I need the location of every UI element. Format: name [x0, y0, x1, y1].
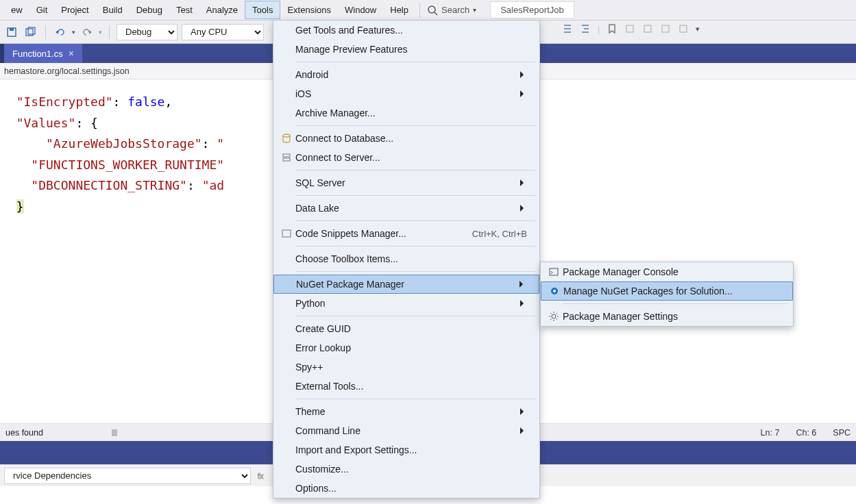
- tools-menu: Get Tools and Features...Manage Preview …: [273, 20, 540, 499]
- svg-marker-6: [56, 30, 58, 34]
- document-tab-title: Function1.cs: [12, 49, 63, 59]
- menu-item[interactable]: Connect to Database...: [273, 129, 539, 148]
- menu-item[interactable]: NuGet Package Manager: [273, 275, 539, 294]
- menu-debug[interactable]: Debug: [130, 1, 169, 18]
- menu-item[interactable]: External Tools...: [273, 377, 539, 396]
- menu-project[interactable]: Project: [54, 1, 95, 18]
- menu-item[interactable]: Manage NuGet Packages for Solution...: [541, 281, 793, 301]
- menu-item[interactable]: Archive Manager...: [273, 103, 539, 123]
- menu-separator: [295, 316, 535, 316]
- platform-select[interactable]: Any CPU: [182, 24, 264, 40]
- json-key: "FUNCTIONS_WORKER_RUNTIME": [31, 158, 224, 172]
- document-tab[interactable]: Function1.cs ×: [4, 44, 82, 63]
- menu-separator: [295, 246, 535, 247]
- close-icon[interactable]: ×: [69, 48, 74, 59]
- menu-item-label: Archive Manager...: [295, 108, 527, 118]
- menu-item[interactable]: Connect to Server...: [273, 148, 539, 167]
- menu-tools[interactable]: Tools: [245, 1, 280, 19]
- bookmark-next-icon[interactable]: [642, 23, 653, 34]
- search-icon: [427, 5, 438, 16]
- menu-window[interactable]: Window: [338, 1, 383, 18]
- overflow-icon[interactable]: ▾: [696, 25, 700, 34]
- status-ch: Ch: 6: [796, 428, 816, 438]
- svg-point-12: [283, 134, 290, 137]
- menu-item[interactable]: Create GUID: [273, 319, 539, 338]
- menu-item-label: Code Snippets Manager...: [295, 228, 445, 239]
- bookmark-prev-icon[interactable]: [624, 23, 635, 34]
- redo-icon[interactable]: [80, 25, 95, 40]
- menu-item-label: Theme: [295, 406, 512, 417]
- menu-item-label: Package Manager Settings: [563, 311, 781, 322]
- menu-item[interactable]: SQL Server: [273, 173, 539, 192]
- separator: |: [598, 24, 600, 34]
- svg-rect-16: [550, 268, 558, 275]
- svg-line-1: [435, 12, 437, 15]
- menu-item-label: External Tools...: [295, 381, 527, 392]
- menu-item[interactable]: Package Manager Console: [541, 262, 793, 281]
- chevron-down-icon[interactable]: ▾: [99, 29, 102, 36]
- issues-text: ues found: [5, 428, 43, 438]
- status-mode: SPC: [833, 428, 851, 438]
- menu-build[interactable]: Build: [96, 1, 130, 18]
- menu-item[interactable]: Import and Export Settings...: [273, 440, 539, 459]
- scroll-thumb[interactable]: [112, 429, 117, 436]
- menu-extensions[interactable]: Extensions: [280, 1, 338, 18]
- quick-search[interactable]: Search ▾: [419, 3, 483, 18]
- menu-item-label: Command Line: [295, 425, 512, 436]
- nuget-submenu: Package Manager ConsoleManage NuGet Pack…: [540, 262, 794, 327]
- menu-item[interactable]: Get Tools and Features...: [273, 21, 539, 40]
- menu-item[interactable]: Options...: [273, 479, 539, 498]
- json-key: "AzureWebJobsStorage": [46, 136, 202, 151]
- json-value: false: [127, 94, 164, 109]
- snip-icon: [278, 228, 295, 239]
- bookmark-clear-icon[interactable]: [660, 23, 671, 34]
- menu-separator: [295, 195, 535, 196]
- svg-rect-8: [626, 25, 633, 32]
- menu-test[interactable]: Test: [169, 1, 199, 18]
- menu-help[interactable]: Help: [383, 1, 415, 18]
- menu-analyze[interactable]: Analyze: [199, 1, 245, 18]
- menu-item[interactable]: Code Snippets Manager...Ctrl+K, Ctrl+B: [273, 224, 539, 243]
- save-icon[interactable]: [4, 25, 19, 40]
- menu-item-label: Manage NuGet Packages for Solution...: [563, 286, 780, 297]
- menu-item-label: Package Manager Console: [563, 266, 781, 277]
- menu-item[interactable]: Command Line: [273, 421, 539, 440]
- svg-point-19: [552, 314, 556, 318]
- menu-item[interactable]: Package Manager Settings: [541, 307, 793, 326]
- dependency-combo[interactable]: rvice Dependencies: [4, 468, 251, 484]
- menu-view[interactable]: ew: [4, 1, 29, 18]
- configuration-select[interactable]: Debug: [117, 24, 178, 40]
- menu-item-label: Get Tools and Features...: [295, 25, 527, 36]
- indent-right-icon[interactable]: [580, 23, 591, 34]
- menu-git[interactable]: Git: [29, 1, 55, 18]
- chevron-down-icon: ▾: [473, 6, 476, 14]
- undo-icon[interactable]: [53, 25, 68, 40]
- menu-item[interactable]: Android: [273, 65, 539, 84]
- bookmark-icon[interactable]: [607, 23, 617, 34]
- chevron-down-icon[interactable]: ▾: [72, 29, 75, 36]
- indent-left-icon[interactable]: [562, 23, 573, 34]
- function-icon[interactable]: fx: [256, 470, 267, 481]
- menu-item-label: Manage Preview Features: [295, 44, 527, 55]
- svg-rect-9: [644, 25, 651, 32]
- menu-separator: [295, 271, 535, 272]
- bookmark-folder-icon[interactable]: [678, 23, 689, 34]
- menu-item[interactable]: Customize...: [273, 459, 539, 479]
- menu-item[interactable]: iOS: [273, 84, 539, 103]
- menu-item-label: NuGet Package Manager: [296, 279, 511, 290]
- menu-item[interactable]: Error Lookup: [273, 338, 539, 357]
- menu-item[interactable]: Spy++: [273, 357, 539, 377]
- json-value: ": [217, 136, 224, 151]
- separator: [109, 25, 110, 39]
- menu-item[interactable]: Theme: [273, 402, 539, 421]
- json-key: "Values": [16, 116, 76, 130]
- solution-name[interactable]: SalesReportJob: [490, 1, 574, 18]
- svg-point-18: [553, 290, 556, 292]
- menu-item[interactable]: Python: [273, 294, 539, 313]
- db-icon: [278, 133, 295, 144]
- menu-item[interactable]: Data Lake: [273, 199, 539, 218]
- save-all-icon[interactable]: [23, 25, 38, 40]
- menu-item[interactable]: Choose Toolbox Items...: [273, 249, 539, 268]
- brace-highlight: }: [16, 199, 24, 214]
- menu-item[interactable]: Manage Preview Features: [273, 40, 539, 59]
